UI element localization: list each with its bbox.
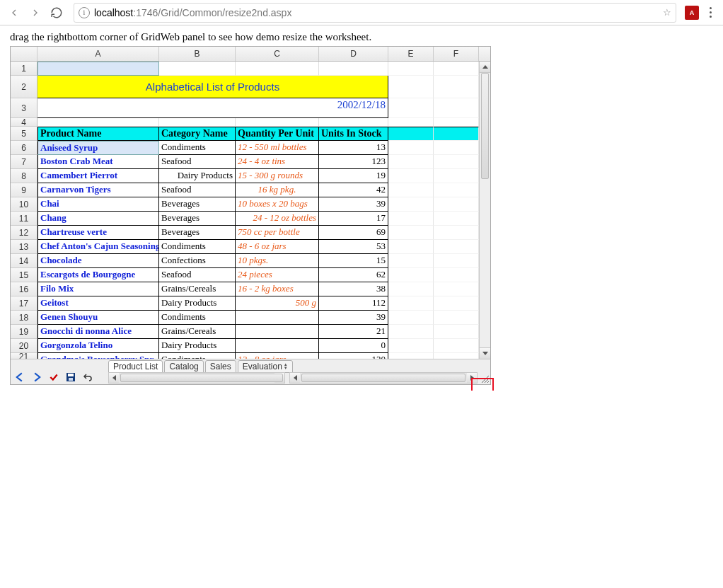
- cell-category[interactable]: Condiments: [159, 311, 236, 325]
- cell-units[interactable]: 17: [319, 212, 388, 226]
- cell-qpu[interactable]: 10 pkgs.: [236, 254, 319, 268]
- horizontal-scrollbar[interactable]: [289, 372, 478, 384]
- cell-qpu[interactable]: 16 - 2 kg boxes: [236, 282, 319, 296]
- cell-category[interactable]: Condiments: [159, 141, 236, 155]
- grid-body[interactable]: 1 2 Alphabetical List of Products 3: [11, 62, 490, 359]
- vertical-scrollbar[interactable]: [479, 62, 490, 359]
- cell-category[interactable]: Condiments: [159, 353, 236, 359]
- cell-product[interactable]: Chocolade: [37, 254, 159, 268]
- cell-A1[interactable]: [37, 62, 159, 76]
- tab-catalog[interactable]: Catalog: [164, 360, 203, 373]
- col-header-D[interactable]: D: [319, 47, 388, 61]
- row-header[interactable]: 15: [11, 268, 37, 282]
- cell-product[interactable]: Camembert Pierrot: [37, 169, 159, 183]
- cell-qpu[interactable]: 24 pieces: [236, 268, 319, 282]
- commit-button[interactable]: [47, 371, 60, 384]
- cell-product[interactable]: Boston Crab Meat: [37, 155, 159, 169]
- cell-units[interactable]: 42: [319, 183, 388, 197]
- row-header[interactable]: 20: [11, 339, 37, 353]
- tab-stepper-icon[interactable]: ▲▼: [284, 363, 288, 370]
- scroll-thumb[interactable]: [481, 73, 489, 179]
- row-header[interactable]: 12: [11, 226, 37, 240]
- row-header[interactable]: 18: [11, 311, 37, 325]
- row-header[interactable]: 17: [11, 296, 37, 311]
- hdr-category[interactable]: Category Name: [159, 127, 236, 141]
- row-header[interactable]: 4: [11, 118, 37, 127]
- cell-category[interactable]: Beverages: [159, 212, 236, 226]
- col-header-A[interactable]: A: [37, 47, 159, 61]
- row-header[interactable]: 8: [11, 169, 37, 183]
- cell-product[interactable]: Gnocchi di nonna Alice: [37, 325, 159, 339]
- cell-qpu[interactable]: 48 - 6 oz jars: [236, 240, 319, 254]
- cell-category[interactable]: Beverages: [159, 197, 236, 212]
- cell-category[interactable]: Seafood: [159, 183, 236, 197]
- nav-next-button[interactable]: [30, 371, 43, 384]
- cell-units[interactable]: 69: [319, 226, 388, 240]
- row-header[interactable]: 13: [11, 240, 37, 254]
- row-header[interactable]: 16: [11, 282, 37, 296]
- forward-button[interactable]: [27, 4, 44, 21]
- cell-product[interactable]: Chartreuse verte: [37, 226, 159, 240]
- tab-sales[interactable]: Sales: [205, 360, 236, 373]
- reload-button[interactable]: [48, 4, 65, 21]
- row-header[interactable]: 14: [11, 254, 37, 268]
- cell-qpu[interactable]: 12 - 550 ml bottles: [236, 141, 319, 155]
- hdr-uis[interactable]: Units In Stock: [319, 127, 388, 141]
- address-bar[interactable]: i localhost:1746/Grid/Common/resize2nd.a…: [74, 3, 676, 23]
- tab-evaluation[interactable]: Evaluation▲▼: [238, 360, 293, 373]
- cell-units[interactable]: 38: [319, 282, 388, 296]
- cell-product[interactable]: Filo Mix: [37, 282, 159, 296]
- col-header-F[interactable]: F: [434, 47, 479, 61]
- scroll-down-button[interactable]: [480, 347, 490, 359]
- back-button[interactable]: [6, 4, 23, 21]
- cell-category[interactable]: Beverages: [159, 226, 236, 240]
- bookmark-star-icon[interactable]: ☆: [663, 7, 671, 18]
- hdr-product[interactable]: Product Name: [37, 127, 159, 141]
- tab-scrollbar[interactable]: [108, 372, 285, 384]
- resize-handle[interactable]: [479, 373, 489, 383]
- cell-qpu[interactable]: [236, 325, 319, 339]
- cell-category[interactable]: Dairy Products: [159, 169, 236, 183]
- cell-qpu[interactable]: 12 - 8 oz jars: [236, 353, 319, 359]
- cell-units[interactable]: 19: [319, 169, 388, 183]
- cell-product[interactable]: Chai: [37, 197, 159, 212]
- cell-units[interactable]: 53: [319, 240, 388, 254]
- row-header[interactable]: 5: [11, 127, 37, 141]
- cell-product[interactable]: Grandma's Boysenberry Spr: [37, 353, 159, 359]
- cell-units[interactable]: 120: [319, 353, 388, 359]
- cell-units[interactable]: 62: [319, 268, 388, 282]
- cell-qpu[interactable]: 10 boxes x 20 bags: [236, 197, 319, 212]
- cell-product[interactable]: Genen Shouyu: [37, 311, 159, 325]
- cell-product[interactable]: Chang: [37, 212, 159, 226]
- cell-qpu[interactable]: [236, 311, 319, 325]
- select-all-corner[interactable]: [11, 47, 37, 61]
- cell-qpu[interactable]: 15 - 300 g rounds: [236, 169, 319, 183]
- col-header-B[interactable]: B: [159, 47, 236, 61]
- cell-category[interactable]: Dairy Products: [159, 296, 236, 311]
- row-header[interactable]: 1: [11, 62, 37, 76]
- row-header[interactable]: 19: [11, 325, 37, 339]
- row-header[interactable]: 21: [11, 353, 37, 359]
- cell-category[interactable]: Confections: [159, 254, 236, 268]
- cell-units[interactable]: 112: [319, 296, 388, 311]
- col-header-E[interactable]: E: [388, 47, 434, 61]
- hdr-qpu[interactable]: Quantity Per Unit: [236, 127, 319, 141]
- cell-product[interactable]: Carnarvon Tigers: [37, 183, 159, 197]
- cell-product[interactable]: Aniseed Syrup: [37, 141, 159, 155]
- row-header[interactable]: 6: [11, 141, 37, 155]
- cell-product[interactable]: Gorgonzola Telino: [37, 339, 159, 353]
- hscroll-right[interactable]: [467, 373, 477, 383]
- sheet-title[interactable]: Alphabetical List of Products: [37, 76, 388, 98]
- tab-product-list[interactable]: Product List: [108, 360, 163, 373]
- save-button[interactable]: [64, 371, 77, 384]
- cell-category[interactable]: Seafood: [159, 155, 236, 169]
- cell-units[interactable]: 15: [319, 254, 388, 268]
- row-header[interactable]: 10: [11, 197, 37, 212]
- cell-qpu[interactable]: [236, 339, 319, 353]
- hscroll-left[interactable]: [290, 373, 300, 383]
- date-cell[interactable]: 2002/12/18: [319, 98, 388, 118]
- browser-menu-button[interactable]: [703, 7, 717, 18]
- cell-category[interactable]: Dairy Products: [159, 339, 236, 353]
- row-header[interactable]: 3: [11, 98, 37, 118]
- row-header[interactable]: 2: [11, 76, 37, 98]
